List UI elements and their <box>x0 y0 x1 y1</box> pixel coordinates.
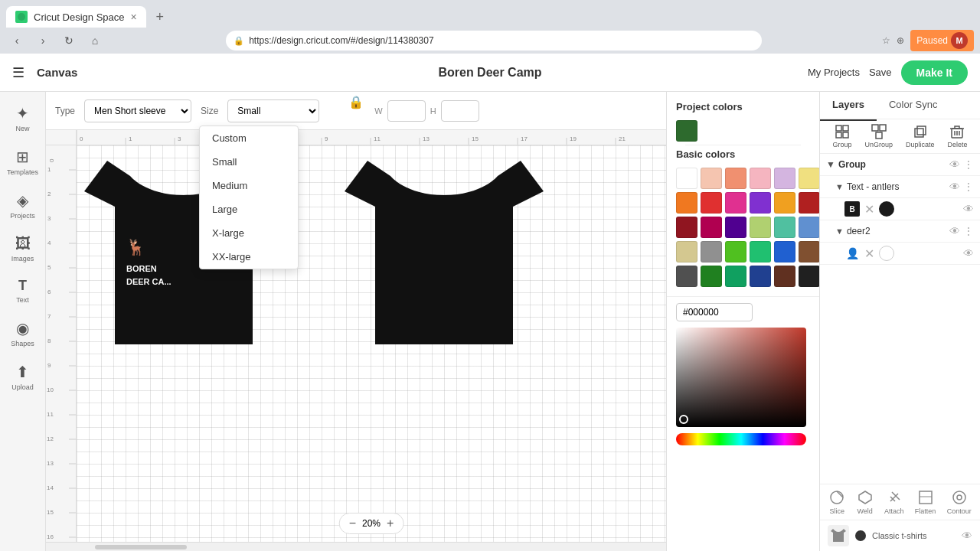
group-lock-icon[interactable]: ⋮ <box>963 158 974 171</box>
tab-color-sync[interactable]: Color Sync <box>877 92 950 121</box>
color-12[interactable] <box>676 217 697 238</box>
layer-deer2[interactable]: ▼ deer2 👁 ⋮ <box>820 220 980 243</box>
color-14[interactable] <box>725 217 746 238</box>
color-11[interactable] <box>799 192 819 214</box>
address-bar[interactable]: 🔒 https://design.cricut.com/#/design/114… <box>226 31 762 51</box>
sidebar-item-templates[interactable]: ⊞ Templates <box>3 142 43 182</box>
color-21[interactable] <box>750 241 771 262</box>
color-24[interactable] <box>676 266 697 287</box>
sidebar-item-text[interactable]: T Text <box>3 272 43 310</box>
color-5[interactable] <box>799 168 819 189</box>
browser-tab[interactable]: Cricut Design Space × <box>6 6 146 28</box>
layer-group[interactable]: ▼ Group 👁 ⋮ <box>820 154 980 176</box>
flatten-button[interactable]: Flatten <box>915 489 936 515</box>
sidebar-item-images[interactable]: 🖼 Images <box>3 229 43 269</box>
text-antlers-visibility-icon[interactable]: 👁 <box>949 181 960 193</box>
my-projects-button[interactable]: My Projects <box>808 67 860 78</box>
forward-button[interactable]: › <box>32 30 54 51</box>
weld-button[interactable]: Weld <box>857 489 874 515</box>
text-antlers-sub-visibility[interactable]: 👁 <box>963 203 974 215</box>
project-color-swatch[interactable] <box>676 120 697 142</box>
sidebar-item-projects[interactable]: ◈ Projects <box>3 185 43 226</box>
zoom-out-button[interactable]: − <box>349 517 356 530</box>
back-button[interactable]: ‹ <box>6 30 28 51</box>
color-3[interactable] <box>750 168 771 189</box>
color-18[interactable] <box>676 241 697 262</box>
deer2-sub-visibility[interactable]: 👁 <box>963 247 974 259</box>
dropdown-option-medium[interactable]: Medium <box>200 174 298 197</box>
color-28[interactable] <box>774 266 795 287</box>
color-16[interactable] <box>774 217 795 238</box>
reload-button[interactable]: ↻ <box>58 30 80 51</box>
color-9[interactable] <box>750 192 771 214</box>
color-15[interactable] <box>750 217 771 238</box>
color-17[interactable] <box>799 217 819 238</box>
type-select[interactable]: Men Short sleeve <box>84 99 191 122</box>
sidebar-item-new[interactable]: ✦ New <box>3 98 43 139</box>
text-antlers-more-icon[interactable]: ⋮ <box>963 181 974 193</box>
scrollbar-thumb[interactable] <box>95 545 187 549</box>
sidebar-item-shapes[interactable]: ◉ Shapes <box>3 313 43 354</box>
color-7[interactable] <box>701 192 722 214</box>
deer2-expand-icon[interactable]: ▼ <box>835 227 844 236</box>
canvas-content[interactable]: BOREN DEER CA... 🦌 <box>84 153 666 542</box>
zoom-in-button[interactable]: + <box>387 517 394 530</box>
color-19[interactable] <box>701 241 722 262</box>
color-4[interactable] <box>774 168 795 189</box>
sidebar-item-upload[interactable]: ⬆ Upload <box>3 357 43 397</box>
color-1[interactable] <box>701 168 722 189</box>
horizontal-scrollbar[interactable] <box>46 542 666 551</box>
bookmark-icon[interactable]: ☆ <box>882 35 890 46</box>
dropdown-option-custom[interactable]: Custom <box>200 126 298 150</box>
save-button[interactable]: Save <box>869 67 892 78</box>
color-29[interactable] <box>799 266 819 287</box>
deer2-more-icon[interactable]: ⋮ <box>963 225 974 237</box>
slice-button[interactable]: Slice <box>828 489 845 515</box>
group-button[interactable]: Group <box>832 124 851 148</box>
attach-button[interactable]: Attach <box>884 489 904 515</box>
close-tab-button[interactable]: × <box>131 11 137 23</box>
color-6[interactable] <box>676 192 697 214</box>
hamburger-menu-button[interactable]: ☰ <box>12 64 24 81</box>
color-22[interactable] <box>774 241 795 262</box>
dropdown-option-small[interactable]: Small <box>200 150 298 174</box>
deer2-visibility-icon[interactable]: 👁 <box>949 225 960 237</box>
duplicate-button[interactable]: Duplicate <box>906 124 935 148</box>
color-10[interactable] <box>774 192 795 214</box>
color-gradient-picker[interactable] <box>667 328 819 455</box>
group-visibility-icon[interactable]: 👁 <box>949 158 960 171</box>
delete-button[interactable]: Delete <box>947 124 967 148</box>
gradient-handle[interactable] <box>679 415 688 424</box>
width-input[interactable] <box>387 100 426 122</box>
group-expand-icon[interactable]: ▼ <box>826 159 835 170</box>
dropdown-option-large[interactable]: Large <box>200 197 298 221</box>
contour-button[interactable]: Contour <box>947 489 972 515</box>
make-it-button[interactable]: Make It <box>901 60 968 85</box>
home-button[interactable]: ⌂ <box>84 30 106 51</box>
new-tab-button[interactable]: + <box>149 6 171 28</box>
canvas-main[interactable]: BOREN DEER CA... 🦌 <box>77 145 666 542</box>
height-input[interactable] <box>441 100 479 122</box>
paused-button[interactable]: Paused M <box>910 30 974 51</box>
color-25[interactable] <box>701 266 722 287</box>
layer-text-antlers[interactable]: ▼ Text - antlers 👁 ⋮ <box>820 176 980 198</box>
color-13[interactable] <box>701 217 722 238</box>
dropdown-option-xxlarge[interactable]: XX-large <box>200 245 298 269</box>
tab-layers[interactable]: Layers <box>820 92 877 121</box>
color-27[interactable] <box>750 266 771 287</box>
color-20[interactable] <box>725 241 746 262</box>
gradient-box[interactable] <box>676 328 806 427</box>
hue-slider[interactable] <box>676 433 806 445</box>
color-8[interactable] <box>725 192 746 214</box>
color-26[interactable] <box>725 266 746 287</box>
color-white[interactable] <box>676 168 697 189</box>
dropdown-option-xlarge[interactable]: X-large <box>200 221 298 245</box>
hex-color-input[interactable]: #000000 <box>676 303 753 321</box>
size-select[interactable]: Small <box>227 99 319 122</box>
extensions-icon[interactable]: ⊕ <box>897 35 904 46</box>
color-23[interactable] <box>799 241 819 262</box>
color-2[interactable] <box>725 168 746 189</box>
ungroup-button[interactable]: UnGroup <box>864 124 893 148</box>
text-antlers-expand-icon[interactable]: ▼ <box>835 182 844 191</box>
classic-tshirts-visibility-icon[interactable]: 👁 <box>962 530 972 542</box>
